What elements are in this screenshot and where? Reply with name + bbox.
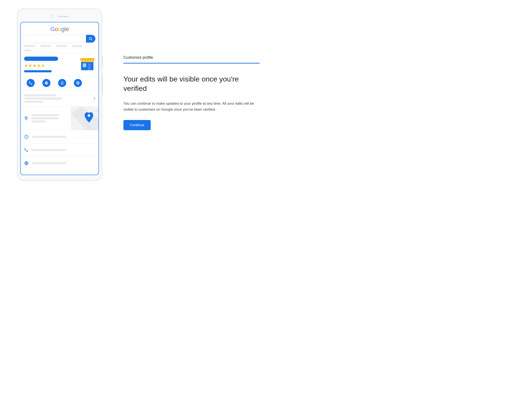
website-icon (76, 81, 80, 85)
svg-point-0 (89, 37, 92, 40)
phone-screen: Google ★ ★ ★ ★ (20, 22, 99, 175)
star-icon: ★ (37, 63, 41, 68)
search-button (86, 35, 95, 42)
star-icon: ★ (32, 63, 36, 68)
website-row (21, 156, 99, 170)
phone-row (21, 144, 99, 156)
star-icon: ★ (41, 63, 45, 68)
svg-rect-3 (83, 63, 86, 67)
phone-speaker-slot (58, 16, 69, 17)
content-panel: Customize profile Your edits will be vis… (124, 9, 260, 130)
clock-icon (24, 135, 29, 139)
business-subtitle-placeholder (24, 70, 52, 72)
svg-point-11 (88, 114, 90, 117)
directions-icon (44, 81, 49, 85)
phone-outline-icon (24, 148, 28, 152)
location-row (21, 107, 99, 130)
section-label: Customize profile (124, 55, 260, 64)
continue-button[interactable]: Continue (124, 120, 151, 130)
save-action (58, 79, 66, 87)
business-header: ★ ★ ★ ★ ★ (21, 54, 99, 75)
page-headline: Your edits will be visible once you're v… (124, 74, 260, 93)
svg-rect-4 (88, 63, 91, 70)
star-icon: ★ (28, 63, 32, 68)
bookmark-icon (61, 81, 64, 85)
search-icon (89, 37, 93, 41)
globe-icon (24, 161, 29, 166)
search-bar (24, 35, 95, 43)
business-title-placeholder (24, 57, 58, 61)
svg-point-6 (26, 117, 27, 118)
website-action (74, 79, 82, 87)
location-pin-icon (24, 116, 28, 121)
directions-action (42, 79, 51, 87)
storefront-icon (79, 57, 95, 71)
chevron-right-icon: › (94, 96, 95, 101)
description-row: › (21, 91, 99, 106)
search-input (24, 35, 86, 42)
phone-mockup: Google ★ ★ ★ ★ (17, 9, 102, 181)
phone-camera-dot (51, 15, 54, 18)
page-description: You can continue to make updates to your… (124, 101, 260, 112)
action-buttons (21, 75, 99, 90)
google-logo: Google (21, 22, 99, 35)
svg-line-1 (91, 39, 92, 40)
hours-row (21, 130, 99, 143)
phone-icon (29, 81, 32, 85)
filter-chips (21, 45, 99, 50)
call-action (27, 79, 35, 87)
star-icon: ★ (24, 63, 28, 68)
map-thumbnail (71, 107, 99, 130)
star-rating: ★ ★ ★ ★ ★ (24, 63, 76, 68)
